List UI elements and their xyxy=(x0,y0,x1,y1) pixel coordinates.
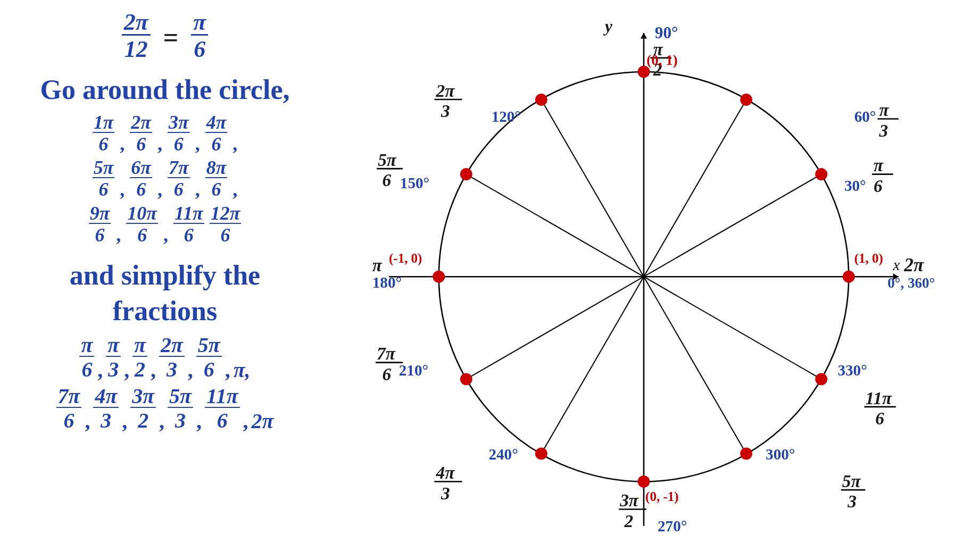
svg-text:π: π xyxy=(879,100,890,120)
svg-point-23 xyxy=(740,447,752,460)
fractions-row-3: 9π6 , 10π6 , 11π6 12π6 xyxy=(89,204,242,247)
svg-text:4π: 4π xyxy=(436,463,455,482)
svg-text:(0, -1): (0, -1) xyxy=(645,489,678,504)
svg-text:2π: 2π xyxy=(436,81,455,101)
svg-line-7 xyxy=(541,100,644,277)
svg-text:3: 3 xyxy=(879,121,888,140)
svg-text:(1, 0): (1, 0) xyxy=(854,251,883,266)
svg-point-14 xyxy=(815,168,827,180)
svg-point-15 xyxy=(740,94,752,106)
svg-text:6: 6 xyxy=(875,408,884,428)
fractions-row-2: 5π6 , 6π6 , 7π6 , 8π6 , xyxy=(93,158,238,201)
svg-text:(0, 1): (0, 1) xyxy=(646,52,678,68)
svg-point-22 xyxy=(638,475,650,488)
svg-text:150°: 150° xyxy=(400,174,429,191)
svg-text:5π: 5π xyxy=(842,471,861,491)
fractions-row-1: 1π6 , 2π6 , 3π6 , 4π6 , xyxy=(93,113,238,156)
svg-text:6: 6 xyxy=(874,176,883,196)
svg-text:60°: 60° xyxy=(854,108,876,125)
simplify-text: and simplify thefractions xyxy=(70,257,260,329)
svg-text:330°: 330° xyxy=(837,362,867,379)
svg-text:3: 3 xyxy=(441,101,450,121)
label-y-axis: y xyxy=(603,17,612,36)
svg-text:11π: 11π xyxy=(865,388,892,408)
right-panel: 90° y π 2 (0, 1) 60° π 3 120° 2π 3 150° … xyxy=(314,5,974,542)
svg-point-21 xyxy=(535,447,547,460)
svg-line-10 xyxy=(541,277,644,454)
frac-pi-6: π 6 xyxy=(191,11,208,64)
svg-text:(-1, 0): (-1, 0) xyxy=(389,251,422,266)
svg-text:2π: 2π xyxy=(903,254,925,276)
svg-line-9 xyxy=(466,277,644,379)
svg-text:3: 3 xyxy=(847,491,857,511)
svg-line-12 xyxy=(644,277,821,379)
svg-text:180°: 180° xyxy=(372,274,402,291)
svg-text:3π: 3π xyxy=(619,490,639,510)
svg-text:π: π xyxy=(874,155,884,175)
svg-line-11 xyxy=(644,277,746,454)
left-panel: 2π 12 = π 6 Go around the circle, 1π6 , … xyxy=(11,5,319,548)
frac-2pi-12: 2π 12 xyxy=(122,11,151,64)
svg-text:6: 6 xyxy=(383,170,392,190)
equals-sign: = xyxy=(163,22,179,53)
unit-circle-svg: 90° y π 2 (0, 1) 60° π 3 120° 2π 3 150° … xyxy=(314,5,974,542)
svg-text:7π: 7π xyxy=(377,344,396,363)
svg-line-6 xyxy=(644,100,746,277)
svg-text:120°: 120° xyxy=(492,108,521,125)
simplified-row-1: π6 , π3 , π2 , 2π3 , 5π6 , π, xyxy=(79,335,250,382)
svg-text:30°: 30° xyxy=(844,177,866,194)
svg-line-8 xyxy=(466,174,644,277)
simplified-row-2: 7π6 , 4π3 , 3π2 , 5π3 , 11π6 , 2π xyxy=(56,386,274,433)
svg-point-24 xyxy=(815,373,827,385)
svg-marker-3 xyxy=(641,33,647,38)
svg-point-20 xyxy=(460,373,472,385)
svg-text:2: 2 xyxy=(624,511,634,531)
go-around-text: Go around the circle, xyxy=(40,73,290,106)
svg-text:5π: 5π xyxy=(378,150,397,170)
svg-text:0°, 360°: 0°, 360° xyxy=(887,275,935,291)
svg-text:6: 6 xyxy=(383,364,392,384)
svg-point-17 xyxy=(535,94,547,106)
svg-text:210°: 210° xyxy=(399,362,428,379)
svg-line-5 xyxy=(644,174,821,277)
svg-point-13 xyxy=(843,271,855,283)
svg-text:π: π xyxy=(372,255,383,275)
svg-point-18 xyxy=(460,168,472,180)
svg-text:240°: 240° xyxy=(488,446,518,463)
svg-text:3: 3 xyxy=(441,483,450,503)
svg-text:270°: 270° xyxy=(658,517,687,535)
svg-point-19 xyxy=(433,271,445,283)
svg-text:x: x xyxy=(893,256,900,273)
header-fraction: 2π 12 = π 6 xyxy=(122,11,209,64)
svg-text:300°: 300° xyxy=(766,446,795,463)
